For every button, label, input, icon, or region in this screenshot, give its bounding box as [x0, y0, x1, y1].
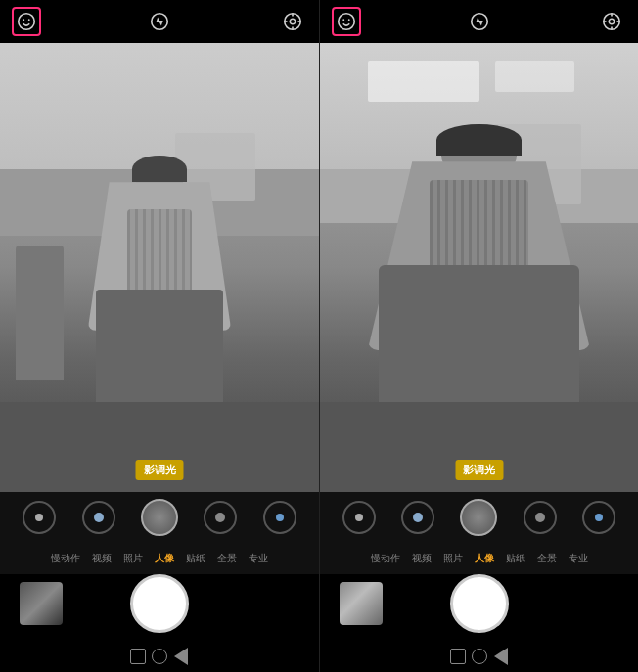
- tab-video-right[interactable]: 视频: [407, 550, 436, 567]
- mode-tabs-left: 慢动作 视频 照片 人像 贴纸 全景 专业: [0, 543, 319, 574]
- capture-row-left: [0, 574, 319, 633]
- flash-icon-left[interactable]: [145, 7, 174, 36]
- nav-triangle-left[interactable]: [170, 646, 192, 667]
- tab-photo-left[interactable]: 照片: [118, 550, 148, 567]
- svg-point-1: [23, 19, 24, 21]
- nav-circle-right[interactable]: [469, 646, 490, 667]
- bottom-bar-left: [0, 574, 319, 672]
- tab-panorama-right[interactable]: 全景: [532, 550, 562, 567]
- capture-btn-right[interactable]: [450, 574, 509, 633]
- svg-point-5: [290, 19, 296, 24]
- svg-point-0: [19, 14, 35, 30]
- viewfinder-right[interactable]: 影调光: [320, 43, 638, 492]
- tab-portrait-right[interactable]: 人像: [470, 550, 499, 567]
- face-icon-right[interactable]: [332, 7, 361, 36]
- capture-row-right: [320, 574, 638, 633]
- thumbnail-left[interactable]: [20, 582, 63, 625]
- flash-icon-right[interactable]: [465, 7, 494, 36]
- settings-icon-right[interactable]: [597, 7, 626, 36]
- ctrl-btn-5-left[interactable]: [263, 501, 296, 534]
- svg-point-15: [609, 19, 615, 24]
- svg-point-10: [339, 14, 355, 30]
- controls-row-left: [0, 492, 319, 543]
- ctrl-btn-2-left[interactable]: [82, 501, 115, 534]
- ctrl-btn-center-right[interactable]: [460, 499, 497, 536]
- ctrl-btn-4-right[interactable]: [524, 501, 557, 534]
- mode-tabs-right: 慢动作 视频 照片 人像 贴纸 全景 专业: [320, 543, 638, 574]
- capture-btn-left[interactable]: [130, 574, 189, 633]
- ctrl-btn-5-right[interactable]: [582, 501, 615, 534]
- svg-point-12: [348, 19, 350, 21]
- tab-sticker-left[interactable]: 贴纸: [181, 550, 210, 567]
- ctrl-btn-1-left[interactable]: [23, 501, 56, 534]
- tab-sticker-right[interactable]: 贴纸: [501, 550, 530, 567]
- tab-video-left[interactable]: 视频: [87, 550, 116, 567]
- bottom-bar-right: [320, 574, 638, 672]
- tab-portrait-left[interactable]: 人像: [150, 550, 179, 567]
- ctrl-btn-4-left[interactable]: [204, 501, 237, 534]
- nav-square-left[interactable]: [127, 646, 149, 667]
- controls-row-right: [320, 492, 638, 543]
- tab-slowmo-right[interactable]: 慢动作: [366, 550, 405, 567]
- nav-triangle-right[interactable]: [490, 646, 512, 667]
- ctrl-btn-center-left[interactable]: [141, 499, 178, 536]
- tab-panorama-left[interactable]: 全景: [212, 550, 242, 567]
- nav-square-right[interactable]: [447, 646, 469, 667]
- tab-photo-right[interactable]: 照片: [438, 550, 468, 567]
- top-bar-right: [320, 0, 638, 43]
- viewfinder-left[interactable]: 影调光: [0, 43, 319, 492]
- tab-pro-left[interactable]: 专业: [244, 550, 273, 567]
- nav-bar-left: [98, 641, 221, 672]
- thumbnail-right[interactable]: [340, 582, 383, 625]
- nav-bar-right: [418, 641, 541, 672]
- left-panel: 影调光 慢动作 视频 照片 人像 贴纸 全景 专业: [0, 0, 319, 672]
- tab-slowmo-left[interactable]: 慢动作: [46, 550, 85, 567]
- top-bar-left: [0, 0, 319, 43]
- nav-circle-left[interactable]: [149, 646, 170, 667]
- svg-point-11: [342, 19, 344, 21]
- svg-point-2: [28, 19, 30, 21]
- settings-icon-left[interactable]: [278, 7, 307, 36]
- ctrl-btn-1-right[interactable]: [342, 501, 376, 534]
- right-panel: 影调光 慢动作 视频 照片 人像 贴纸 全景 专业: [319, 0, 638, 672]
- tab-pro-right[interactable]: 专业: [564, 550, 593, 567]
- ctrl-btn-2-right[interactable]: [401, 501, 434, 534]
- yingdiao-badge-right: 影调光: [455, 460, 503, 480]
- yingdiao-badge-left: 影调光: [136, 460, 184, 480]
- face-icon-left[interactable]: [12, 7, 41, 36]
